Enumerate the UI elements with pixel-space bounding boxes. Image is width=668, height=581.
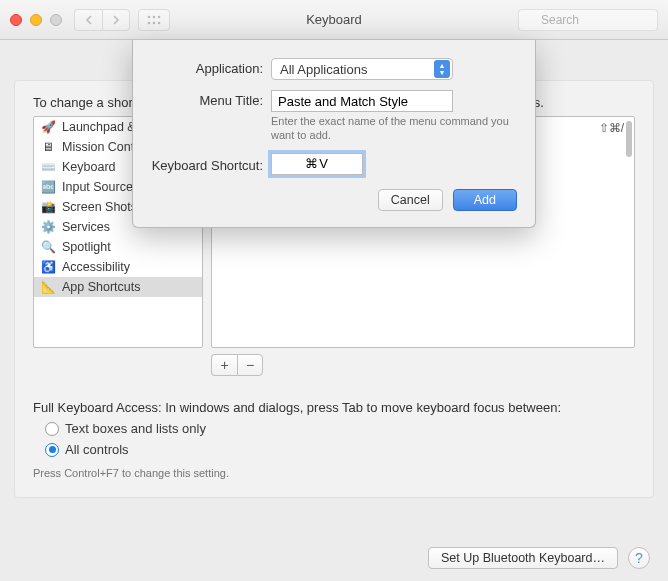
setup-bluetooth-button[interactable]: Set Up Bluetooth Keyboard…: [428, 547, 618, 569]
sidebar-item-label: Screen Shots: [62, 200, 137, 214]
shortcut-label: Keyboard Shortcut:: [151, 155, 271, 173]
search-input[interactable]: [518, 9, 658, 31]
application-value: All Applications: [280, 62, 367, 77]
menu-title-helper: Enter the exact name of the menu command…: [271, 114, 511, 143]
nav-group: [74, 9, 130, 31]
svg-point-2: [158, 15, 161, 18]
add-shortcut-sheet: Application: All Applications ▲▼ Menu Ti…: [132, 40, 536, 228]
sidebar-item-label: Accessibility: [62, 260, 130, 274]
application-popup[interactable]: All Applications ▲▼: [271, 58, 453, 80]
sidebar-item[interactable]: 🔍Spotlight: [34, 237, 202, 257]
sidebar-item-icon: 🔤: [40, 179, 56, 195]
sidebar-item-label: Input Sources: [62, 180, 139, 194]
radio-icon: [45, 443, 59, 457]
svg-point-1: [153, 15, 156, 18]
menu-title-label: Menu Title:: [151, 90, 271, 108]
sidebar-item-icon: ⌨️: [40, 159, 56, 175]
titlebar: Keyboard: [0, 0, 668, 40]
chevron-updown-icon: ▲▼: [434, 60, 450, 78]
menu-title-field[interactable]: [271, 90, 453, 112]
svg-point-4: [153, 21, 156, 24]
sidebar-item-label: App Shortcuts: [62, 280, 141, 294]
sidebar-item-icon: ♿: [40, 259, 56, 275]
radio-all-controls[interactable]: All controls: [45, 442, 635, 457]
minimize-icon[interactable]: [30, 14, 42, 26]
sidebar-item-icon: 📸: [40, 199, 56, 215]
show-all-button[interactable]: [138, 9, 170, 31]
back-button[interactable]: [74, 9, 102, 31]
svg-point-5: [158, 21, 161, 24]
sidebar-item-icon: 📐: [40, 279, 56, 295]
zoom-icon: [50, 14, 62, 26]
sidebar-item-icon: 🖥: [40, 139, 56, 155]
remove-shortcut-button[interactable]: −: [237, 354, 263, 376]
sidebar-item[interactable]: ♿Accessibility: [34, 257, 202, 277]
add-button[interactable]: Add: [453, 189, 517, 211]
window-controls: [10, 14, 62, 26]
radio-label: Text boxes and lists only: [65, 421, 206, 436]
radio-icon: [45, 422, 59, 436]
fka-text: Full Keyboard Access: In windows and dia…: [33, 400, 635, 415]
forward-button[interactable]: [102, 9, 130, 31]
sidebar-item-icon: 🚀: [40, 119, 56, 135]
fka-hint: Press Control+F7 to change this setting.: [33, 467, 635, 479]
scrollbar-thumb[interactable]: [626, 121, 632, 157]
close-icon[interactable]: [10, 14, 22, 26]
sidebar-item-label: Spotlight: [62, 240, 111, 254]
sidebar-item-icon: 🔍: [40, 239, 56, 255]
sidebar-item-icon: ⚙️: [40, 219, 56, 235]
radio-label: All controls: [65, 442, 129, 457]
svg-point-3: [148, 21, 151, 24]
sidebar-item-label: Keyboard: [62, 160, 116, 174]
cancel-button[interactable]: Cancel: [378, 189, 443, 211]
help-button[interactable]: ?: [628, 547, 650, 569]
sidebar-item[interactable]: 📐App Shortcuts: [34, 277, 202, 297]
add-shortcut-button[interactable]: +: [211, 354, 237, 376]
keyboard-shortcut-field[interactable]: [271, 153, 363, 175]
radio-textboxes[interactable]: Text boxes and lists only: [45, 421, 635, 436]
svg-point-0: [148, 15, 151, 18]
sidebar-item-label: Services: [62, 220, 110, 234]
application-label: Application:: [151, 58, 271, 76]
